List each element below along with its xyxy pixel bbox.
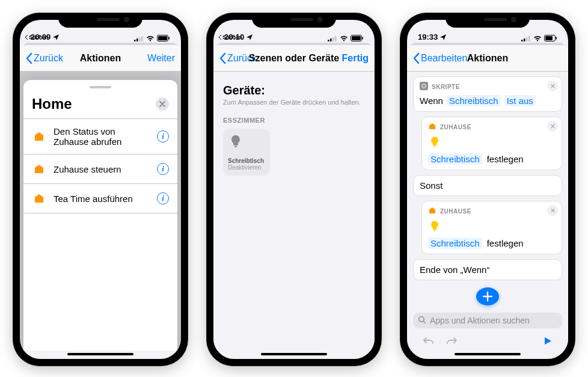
svg-rect-10 xyxy=(335,36,337,41)
action-verb: festlegen xyxy=(487,154,524,164)
bulb-icon xyxy=(428,224,441,234)
home-icon xyxy=(32,191,46,206)
phone-2: Suchen 20:10 Zurück Szenen oder Geräte F… xyxy=(207,13,381,366)
svg-rect-14 xyxy=(521,40,523,41)
bulb-icon xyxy=(428,140,441,150)
info-icon[interactable]: i xyxy=(157,192,169,204)
action-row-status[interactable]: Den Status von Zuhause abrufen i xyxy=(23,118,177,154)
home-icon xyxy=(428,206,436,216)
svg-rect-2 xyxy=(139,37,141,41)
then-action-card[interactable]: ZUHAUSE ✕ Schreibtisch festlegen xyxy=(421,117,562,170)
done-button[interactable]: Fertig xyxy=(342,53,369,64)
nav-bar: Bearbeiten Aktionen xyxy=(407,45,568,72)
svg-rect-5 xyxy=(158,36,167,40)
home-indicator[interactable] xyxy=(261,353,327,355)
remove-icon[interactable]: ✕ xyxy=(547,121,558,132)
undo-icon[interactable] xyxy=(423,336,435,348)
back-button[interactable]: Bearbeiten xyxy=(413,53,467,64)
remove-icon[interactable]: ✕ xyxy=(547,205,558,216)
location-icon xyxy=(53,34,59,40)
else-keyword: Sonst xyxy=(420,180,443,191)
search-input[interactable]: Apps und Aktionen suchen xyxy=(413,313,562,328)
devices-heading: Geräte: xyxy=(223,84,365,97)
device-tile-schreibtisch[interactable]: Schreibtisch Deaktivieren xyxy=(223,129,270,176)
else-card[interactable]: Sonst xyxy=(413,175,562,196)
svg-rect-7 xyxy=(328,40,329,41)
action-target[interactable]: Schreibtisch xyxy=(428,153,482,165)
back-button[interactable]: Zurück xyxy=(219,53,257,64)
location-icon xyxy=(247,34,253,40)
action-label: Zuhause steuern xyxy=(54,164,150,174)
gear-icon xyxy=(420,82,428,91)
svg-rect-17 xyxy=(528,36,530,41)
card-category: ZUHAUSE xyxy=(440,124,471,130)
if-card[interactable]: SKRIPTE ✕ Wenn Schreibtisch Ist aus xyxy=(413,76,562,112)
endif-keyword: Ende von „Wenn“ xyxy=(420,265,489,275)
home-indicator[interactable] xyxy=(455,353,521,355)
else-action-card[interactable]: ZUHAUSE ✕ Schreibtisch festlegen xyxy=(421,201,562,254)
action-label: Den Status von Zuhause abrufen xyxy=(54,126,150,147)
battery-icon xyxy=(351,35,364,41)
play-icon[interactable] xyxy=(543,336,553,348)
wifi-icon xyxy=(340,35,348,41)
card-category: SKRIPTE xyxy=(432,84,460,90)
phone-1: Suchen 20:09 Zurück Aktionen Weiter xyxy=(13,13,188,366)
endif-card[interactable]: Ende von „Wenn“ xyxy=(413,259,562,280)
phone-3: 19:33 Bearbeiten Aktionen xyxy=(400,13,575,366)
nav-bar: Zurück Aktionen Weiter xyxy=(20,45,181,72)
location-icon xyxy=(440,34,446,40)
close-icon[interactable] xyxy=(156,97,169,111)
svg-rect-13 xyxy=(363,37,364,40)
redo-icon[interactable] xyxy=(446,336,458,348)
action-row-control[interactable]: Zuhause steuern i xyxy=(23,154,177,183)
signal-icon xyxy=(134,35,144,41)
add-action-button[interactable] xyxy=(476,287,499,305)
action-verb: festlegen xyxy=(487,238,524,248)
if-keyword: Wenn xyxy=(420,96,443,106)
wifi-icon xyxy=(146,35,155,41)
svg-rect-6 xyxy=(169,37,170,40)
if-variable[interactable]: Schreibtisch xyxy=(447,95,501,106)
home-indicator[interactable] xyxy=(67,353,133,355)
battery-icon xyxy=(157,35,170,41)
svg-rect-15 xyxy=(524,38,525,41)
action-row-scene[interactable]: Tea Time ausführen i xyxy=(23,183,177,213)
home-icon xyxy=(428,122,436,132)
info-icon[interactable]: i xyxy=(157,130,169,143)
svg-rect-1 xyxy=(136,38,138,41)
svg-rect-12 xyxy=(352,36,361,40)
action-target[interactable]: Schreibtisch xyxy=(428,238,482,249)
device-state: Deaktivieren xyxy=(228,164,265,171)
wifi-icon xyxy=(533,35,542,41)
room-label: ESSZIMMER xyxy=(223,117,365,124)
svg-rect-20 xyxy=(556,37,557,40)
svg-rect-8 xyxy=(330,38,332,41)
devices-subtitle: Zum Anpassen der Geräte drücken und halt… xyxy=(223,99,365,106)
device-name: Schreibtisch xyxy=(228,158,265,164)
svg-rect-16 xyxy=(526,37,528,41)
bottom-toolbar xyxy=(413,333,562,351)
back-to-app[interactable]: Suchen xyxy=(218,34,242,40)
svg-rect-9 xyxy=(332,37,334,41)
if-condition[interactable]: Ist aus xyxy=(504,95,536,106)
remove-icon[interactable]: ✕ xyxy=(547,81,558,91)
battery-icon xyxy=(544,35,557,41)
back-button[interactable]: Zurück xyxy=(26,53,63,64)
sheet-grabber[interactable] xyxy=(90,86,111,88)
svg-rect-3 xyxy=(141,36,143,41)
back-to-app[interactable]: Suchen xyxy=(25,34,49,40)
svg-rect-19 xyxy=(545,36,553,40)
bulb-icon xyxy=(228,133,243,149)
signal-icon xyxy=(521,35,531,41)
next-button[interactable]: Weiter xyxy=(147,53,175,64)
info-icon[interactable]: i xyxy=(157,163,169,175)
clock: 19:33 xyxy=(418,32,438,41)
signal-icon xyxy=(328,35,337,41)
nav-bar: Zurück Szenen oder Geräte Fertig xyxy=(213,45,375,72)
search-placeholder: Apps und Aktionen suchen xyxy=(430,316,530,325)
action-label: Tea Time ausführen xyxy=(54,194,150,204)
sheet-title: Home xyxy=(32,96,72,112)
home-icon xyxy=(32,162,46,176)
actions-sheet: Home Den Status von Zuhause abrufen i Zu… xyxy=(23,80,177,351)
card-category: ZUHAUSE xyxy=(440,208,471,215)
